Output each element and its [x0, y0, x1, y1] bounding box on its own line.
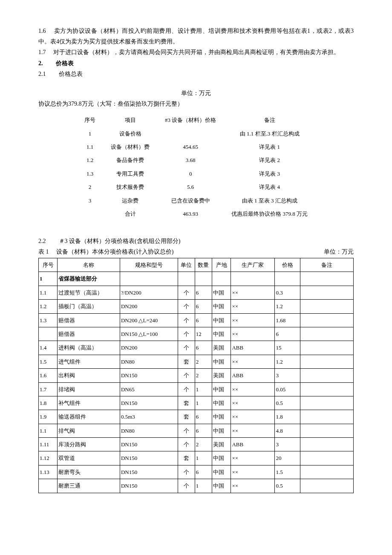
- table1-col-origin: 产地: [212, 258, 231, 272]
- table-cell-seq: 1.5: [39, 355, 58, 368]
- table-cell-qty: [195, 272, 212, 286]
- table-cell-name: 双管道: [58, 451, 120, 465]
- table-row: 1省煤器输送部分: [39, 272, 354, 286]
- table-cell-remark: [300, 451, 354, 465]
- summary-table: 序号 项目 #3 设备（材料）价格 备注 1设备价格由 1.1 栏至.3 栏汇总…: [77, 113, 315, 220]
- table-cell-spec: DN200 △L=240: [120, 313, 178, 327]
- table-cell-qty: 6: [195, 465, 212, 479]
- table-row: 1.13耐磨弯头DN150个6中国××1.5: [39, 465, 354, 479]
- table-row: 耐磨三通DN150个1中国××0.5: [39, 479, 354, 493]
- summary-row: 3运杂费已含在设备费中由表 1 至表 3 汇总构成: [77, 194, 315, 207]
- table-cell-mfr: ××: [231, 451, 275, 465]
- table-cell-origin: 中国: [212, 382, 231, 396]
- table1-col-seq: 序号: [39, 258, 58, 272]
- table-row: 1.9输送器组件0.5m3套6中国××1.8: [39, 410, 354, 424]
- table-cell-mfr: ××: [231, 424, 275, 437]
- table-cell-price: 0.3: [275, 286, 300, 299]
- table-cell-price: 1.2: [275, 300, 300, 313]
- table-cell-remark: [300, 313, 354, 327]
- table-cell-qty: 1: [195, 382, 212, 396]
- summary-cell-seq: 3: [77, 194, 103, 207]
- table-cell-spec: ?/DN200: [120, 286, 178, 299]
- table-cell-spec: DN80: [120, 355, 178, 368]
- table-cell-seq: [39, 479, 58, 493]
- table-cell-name: 进气组件: [58, 355, 120, 368]
- summary-cell-price: 463.93: [157, 207, 224, 220]
- table-cell-spec: DN65: [120, 382, 178, 396]
- table-cell-spec: DN150 △L=100: [120, 327, 178, 341]
- table-cell-remark: [300, 465, 354, 479]
- table-cell-seq: 1: [39, 272, 58, 286]
- table-cell-remark: [300, 479, 354, 493]
- table-cell-unit: 个: [178, 438, 195, 451]
- table-row: 1.4进料阀（高温）DN200个6美国ABB15: [39, 341, 354, 355]
- table-cell-origin: 中国: [212, 410, 231, 424]
- table-cell-unit: 个: [178, 341, 195, 355]
- table-cell-price: 1.2: [275, 355, 300, 368]
- table-cell-origin: [212, 272, 231, 286]
- table-row: 1.12双管道DN150套1中国××20: [39, 451, 354, 465]
- table-cell-name: 插板门（高温）: [58, 300, 120, 313]
- table1-col-mfr: 生产厂家: [231, 258, 275, 272]
- table-cell-unit: [178, 272, 195, 286]
- table-row: 1.2插板门（高温）DN200个6中国××1.2: [39, 300, 354, 313]
- table-cell-qty: 6: [195, 410, 212, 424]
- table-cell-name: 排堵阀: [58, 382, 120, 396]
- table-cell-remark: [300, 396, 354, 410]
- table-cell-price: 0.05: [275, 382, 300, 396]
- summary-cell-price: 454.65: [157, 140, 224, 153]
- table-cell-mfr: ××: [231, 479, 275, 493]
- summary-cell-price: 0: [157, 167, 224, 180]
- table-cell-name: 赔偿器: [58, 327, 120, 341]
- section-2-2-title: ＃3 设备（材料）分项价格表(含机组公用部分): [59, 236, 181, 246]
- table-cell-mfr: ABB: [231, 438, 275, 451]
- summary-col-remark: 备注: [224, 113, 315, 127]
- table-cell-unit: 个: [178, 479, 195, 493]
- table-row: 1.1排气阀DN80个6中国××4.8: [39, 424, 354, 437]
- table-cell-remark: [300, 424, 354, 437]
- table-cell-origin: 美国: [212, 438, 231, 451]
- table-cell-name: 赔偿器: [58, 313, 120, 327]
- table-cell-seq: 1.2: [39, 300, 58, 313]
- table-cell-spec: DN200: [120, 341, 178, 355]
- table-cell-origin: 中国: [212, 451, 231, 465]
- summary-row: 2技术服务费5.6详见表 4: [77, 180, 315, 194]
- summary-cell-seq: [77, 207, 103, 220]
- table-cell-remark: [300, 382, 354, 396]
- summary-cell-remark: 详见表 2: [224, 153, 315, 167]
- table1-col-remark: 备注: [300, 258, 354, 272]
- summary-cell-price: 3.68: [157, 153, 224, 167]
- table1-col-price: 价格: [275, 258, 300, 272]
- table-cell-remark: [300, 355, 354, 368]
- table-cell-seq: 1.4: [39, 341, 58, 355]
- paragraph-1-6: 1.6 卖方为协议设备（材料）而投入旳前期费用、设计费用、培训费用和技术资料费用…: [38, 26, 354, 47]
- table-cell-unit: 套: [178, 355, 195, 368]
- table-cell-mfr: ××: [231, 313, 275, 327]
- table-cell-price: 1.8: [275, 410, 300, 424]
- summary-cell-remark: 详见表 4: [224, 180, 315, 194]
- table-cell-seq: 1.11: [39, 438, 58, 451]
- summary-cell-seq: 1: [77, 127, 103, 140]
- summary-cell-price: 已含在设备费中: [157, 194, 224, 207]
- summary-cell-item: 设备价格: [103, 127, 157, 140]
- table-cell-mfr: ××: [231, 396, 275, 410]
- table-cell-unit: 个: [178, 465, 195, 479]
- table-cell-unit: 个: [178, 286, 195, 299]
- table-cell-qty: 6: [195, 313, 212, 327]
- table-cell-spec: DN150: [120, 451, 178, 465]
- table-cell-remark: [300, 410, 354, 424]
- summary-cell-item: 技术服务费: [103, 180, 157, 194]
- summary-row: 合计463.93优惠后最终协议价格 379.8 万元: [77, 207, 315, 220]
- summary-cell-item: 合计: [103, 207, 157, 220]
- table-cell-unit: 个: [178, 300, 195, 313]
- table-cell-remark: [300, 327, 354, 341]
- table-cell-name: 省煤器输送部分: [58, 272, 120, 286]
- summary-cell-seq: 1.1: [77, 140, 103, 153]
- table-cell-seq: 1.6: [39, 369, 58, 382]
- table-cell-mfr: ××: [231, 465, 275, 479]
- section-2-2-num: 2.2: [38, 236, 46, 246]
- table-cell-seq: 1.7: [39, 382, 58, 396]
- table-cell-seq: 1.13: [39, 465, 58, 479]
- paragraph-1-7: 1.7 对于进口设备（材料），卖方请商检局会同买方共同开箱，并由商检局出具商检证…: [38, 47, 354, 58]
- summary-cell-seq: 1.2: [77, 153, 103, 167]
